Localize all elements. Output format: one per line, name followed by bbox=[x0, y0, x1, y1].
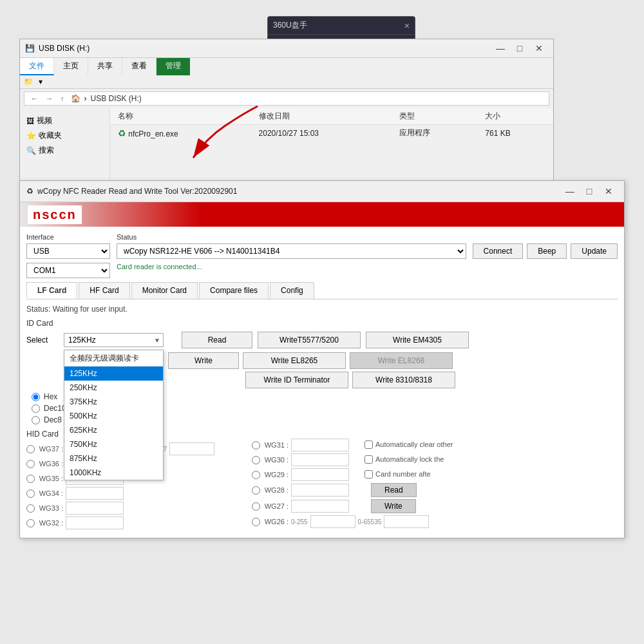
dropdown-item-0[interactable]: 全频段无级调频读卡 bbox=[64, 350, 163, 366]
beep-btn[interactable]: Beep bbox=[527, 243, 567, 259]
ribbon-tab-share[interactable]: 共享 bbox=[88, 58, 122, 75]
dropdown-item-6[interactable]: 750KHz bbox=[64, 437, 163, 451]
popup-360-close-btn[interactable]: × bbox=[404, 21, 410, 31]
sidebar-item-search[interactable]: 🔍 搜索 bbox=[25, 143, 104, 158]
dropdown-arrow-icon: ▼ bbox=[154, 337, 160, 344]
tab-compare-files[interactable]: Compare files bbox=[199, 282, 269, 299]
checkbox3-area: Card number afte bbox=[365, 470, 431, 480]
dropdown-item-4[interactable]: 500KHz bbox=[64, 409, 163, 423]
update-btn[interactable]: Update bbox=[571, 243, 618, 259]
sidebar-item-favorites[interactable]: ⭐ 收藏夹 bbox=[25, 128, 104, 143]
favorites-icon: ⭐ bbox=[26, 131, 36, 140]
tab-lf-card[interactable]: LF Card bbox=[26, 282, 77, 299]
checkbox-auto-lock[interactable] bbox=[365, 455, 373, 464]
wg32-input[interactable] bbox=[66, 516, 124, 529]
buttons-row3: Write ID Terminator Write 8310/8318 bbox=[245, 372, 618, 388]
write-8310-btn[interactable]: Write 8310/8318 bbox=[352, 372, 455, 388]
dropdown-item-7[interactable]: 875KHz bbox=[64, 451, 163, 466]
col-type[interactable]: 类型 bbox=[392, 108, 478, 125]
dropdown-item-3[interactable]: 375KHz bbox=[64, 395, 163, 409]
explorer-maximize-btn[interactable]: □ bbox=[511, 42, 529, 55]
dropdown-item-5[interactable]: 625KHz bbox=[64, 423, 163, 437]
wg30-input[interactable] bbox=[291, 453, 349, 466]
wg28-input[interactable] bbox=[291, 484, 349, 497]
dropdown-item-8[interactable]: 1000KHz bbox=[64, 466, 163, 480]
col-name[interactable]: 名称 bbox=[110, 108, 251, 125]
ribbon-tab-home[interactable]: 主页 bbox=[54, 58, 88, 75]
radio-wg30[interactable] bbox=[252, 456, 260, 464]
tabs-row: LF Card HF Card Monitor Card Compare fil… bbox=[26, 282, 618, 299]
col-date[interactable]: 修改日期 bbox=[251, 108, 392, 125]
write-el8265-btn[interactable]: Write EL8265 bbox=[243, 352, 346, 369]
radio-wg37[interactable] bbox=[26, 445, 35, 453]
write-t5577-btn[interactable]: WriteT5577/5200 bbox=[258, 332, 361, 348]
wg29-input[interactable] bbox=[291, 468, 349, 481]
write-btn[interactable]: Write bbox=[168, 352, 239, 369]
wg29-label: WG29 : bbox=[263, 471, 289, 478]
address-path[interactable]: USB DISK (H:) bbox=[91, 94, 142, 103]
ribbon-tab-file[interactable]: 文件 bbox=[20, 58, 54, 75]
nfc-window: ♻ wCopy NFC Reader Read and Write Tool V… bbox=[19, 180, 625, 538]
radio-dec10[interactable] bbox=[32, 404, 40, 413]
radio-wg26[interactable] bbox=[252, 518, 260, 526]
wg31-input[interactable] bbox=[291, 439, 349, 451]
radio-wg35[interactable] bbox=[26, 475, 35, 483]
checkbox-area: Automatically clear other bbox=[365, 440, 453, 450]
explorer-close-btn[interactable]: ✕ bbox=[530, 42, 548, 55]
connect-btn[interactable]: Connect bbox=[473, 243, 524, 259]
right-col: WG31 : Automatically clear other WG30 : bbox=[252, 430, 618, 531]
dropdown-item-2[interactable]: 250KHz bbox=[64, 381, 163, 395]
wg26-input2[interactable] bbox=[384, 515, 429, 528]
radio-hex[interactable] bbox=[32, 393, 40, 401]
tab-hf-card[interactable]: HF Card bbox=[79, 282, 129, 299]
explorer-disk-icon: 💾 bbox=[25, 44, 35, 53]
checkbox-auto-clear[interactable] bbox=[365, 440, 373, 449]
radio-wg31[interactable] bbox=[252, 441, 260, 450]
hid-read-btn[interactable]: Read bbox=[371, 483, 417, 497]
interface-select[interactable]: USB bbox=[26, 243, 110, 259]
status-select[interactable]: wCopy NSR122-HE V606 --> N140011341B4 bbox=[117, 243, 466, 259]
checkbox-card-num[interactable] bbox=[365, 470, 373, 478]
radio-wg29[interactable] bbox=[252, 471, 260, 479]
file-size: 761 KB bbox=[477, 125, 553, 142]
tab-monitor-card[interactable]: Monitor Card bbox=[131, 282, 198, 299]
ribbon-tab-manage[interactable]: 管理 bbox=[156, 58, 190, 75]
up-btn[interactable]: ↑ bbox=[58, 94, 67, 103]
explorer-minimize-btn[interactable]: — bbox=[491, 42, 509, 55]
nfc-close-btn[interactable]: ✕ bbox=[600, 185, 618, 198]
status-box: Status wCopy NSR122-HE V606 --> N1400113… bbox=[117, 233, 466, 270]
hid-write-btn[interactable]: Write bbox=[371, 499, 416, 513]
read-btn[interactable]: Read bbox=[182, 332, 252, 348]
radio-wg32[interactable] bbox=[26, 519, 35, 527]
forward-btn[interactable]: → bbox=[43, 94, 55, 103]
freq-select-display[interactable]: 125KHz ▼ bbox=[64, 333, 164, 347]
wg33-row: WG33 : bbox=[26, 502, 245, 515]
wg34-input[interactable] bbox=[66, 487, 124, 500]
wg27-input[interactable] bbox=[291, 500, 349, 513]
radio-wg27[interactable] bbox=[252, 502, 260, 511]
wg37-input2[interactable] bbox=[169, 442, 214, 455]
nfc-maximize-btn[interactable]: □ bbox=[580, 185, 598, 198]
wg33-input[interactable] bbox=[66, 502, 124, 515]
radio-dec8[interactable] bbox=[32, 416, 40, 424]
ribbon-tab-view[interactable]: 查看 bbox=[122, 58, 156, 75]
dropdown-icon: ▾ bbox=[39, 77, 43, 86]
com-select[interactable]: COM1 bbox=[26, 263, 110, 278]
radio-wg34[interactable] bbox=[26, 489, 35, 498]
radio-wg36[interactable] bbox=[26, 460, 35, 468]
interface-label: Interface bbox=[26, 233, 110, 241]
radio-wg33[interactable] bbox=[26, 504, 35, 513]
col-size[interactable]: 大小 bbox=[477, 108, 553, 125]
radio-wg28[interactable] bbox=[252, 486, 260, 495]
select-label: Select bbox=[26, 336, 59, 345]
wg26-input1[interactable] bbox=[310, 515, 355, 528]
path-separator: › bbox=[84, 94, 87, 103]
sidebar-item-video[interactable]: 🖼 视频 bbox=[25, 113, 104, 128]
dropdown-item-1[interactable]: 125KHz bbox=[64, 366, 163, 381]
nfc-minimize-btn[interactable]: — bbox=[561, 185, 579, 198]
write-em4305-btn[interactable]: Write EM4305 bbox=[366, 332, 469, 348]
back-btn[interactable]: ← bbox=[28, 94, 41, 103]
tab-config[interactable]: Config bbox=[270, 282, 314, 299]
write-id-terminator-btn[interactable]: Write ID Terminator bbox=[245, 372, 348, 388]
table-row[interactable]: ♻ nfcPro_en.exe 2020/10/27 15:03 应用程序 76… bbox=[110, 125, 553, 142]
